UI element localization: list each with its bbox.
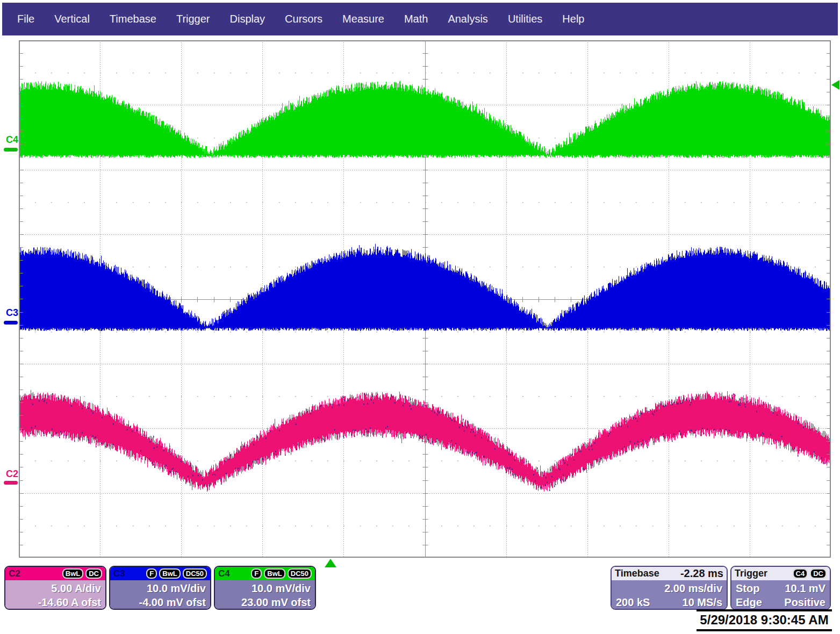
trigger-badge-c4: C4 (793, 568, 808, 579)
channel-offset-marker-c2[interactable] (4, 481, 18, 485)
trigger-descriptor[interactable]: Trigger C4DC Stop 10.1 mV Edge Positive (730, 566, 831, 610)
channel-offset: -4.00 mV ofst (114, 595, 206, 609)
trigger-title: Trigger (735, 568, 767, 579)
channel-id: C3 (113, 568, 125, 579)
badge-bwl: BwL (159, 568, 180, 579)
menu-utilities[interactable]: Utilities (508, 13, 542, 25)
menu-file[interactable]: File (17, 13, 34, 25)
oscilloscope-screen: FileVerticalTimebaseTriggerDisplayCursor… (0, 0, 840, 634)
menu-timebase[interactable]: Timebase (110, 13, 156, 25)
datetime-stamp: 5/29/2018 9:30:45 AM (697, 609, 832, 631)
timebase-title: Timebase (615, 568, 659, 579)
menu-vertical[interactable]: Vertical (54, 13, 90, 25)
trigger-badge-dc: DC (810, 568, 827, 579)
channel-offset: 23.00 mV ofst (219, 595, 311, 609)
channel-offset-marker-c4[interactable] (4, 148, 18, 152)
menu-cursors[interactable]: Cursors (285, 13, 322, 25)
trigger-slope: Positive (784, 595, 825, 609)
badge-dc50: DC50 (288, 568, 312, 579)
badge-dc50: DC50 (183, 568, 207, 579)
trigger-level-marker[interactable] (831, 80, 839, 90)
channel-id: C4 (218, 568, 230, 579)
timebase-rate: 10 MS/s (683, 595, 722, 609)
channel-id: C2 (9, 568, 20, 579)
menu-help[interactable]: Help (562, 13, 584, 25)
channel-badges: FBwLDC50 (146, 568, 207, 579)
menu-trigger[interactable]: Trigger (176, 13, 210, 25)
menu-measure[interactable]: Measure (342, 13, 384, 25)
waveform-display: C4 C3 C2 (0, 35, 840, 565)
channel-descriptor-c3[interactable]: C3 FBwLDC50 10.0 mV/div -4.00 mV ofst (109, 566, 211, 610)
channel-offset-marker-c3[interactable] (4, 321, 18, 325)
channel-badges: BwLDC (62, 568, 102, 579)
channel-scale: 5.00 A/div (10, 581, 101, 595)
menu-analysis[interactable]: Analysis (448, 13, 487, 25)
channel-label-c2[interactable]: C2 (6, 469, 18, 480)
channel-descriptor-c2[interactable]: C2 BwLDC 5.00 A/div -14.60 A ofst (4, 566, 106, 610)
badge-bwl: BwL (264, 568, 285, 579)
timebase-delay: -2.28 ms (680, 567, 723, 580)
channel-offset: -14.60 A ofst (10, 595, 101, 609)
channel-scale: 10.0 mV/div (114, 581, 206, 595)
timebase-descriptor[interactable]: Timebase -2.28 ms 2.00 ms/div 200 kS 10 … (611, 566, 728, 610)
waveform-canvas[interactable] (19, 40, 831, 558)
trigger-level: 10.1 mV (785, 581, 825, 595)
menu-math[interactable]: Math (404, 13, 428, 25)
channel-descriptor-c4[interactable]: C4 FBwLDC50 10.0 mV/div 23.00 mV ofst (214, 566, 316, 610)
badge-dc: DC (85, 568, 102, 579)
timebase-per-div: 2.00 ms/div (664, 581, 722, 595)
menu-bar: FileVerticalTimebaseTriggerDisplayCursor… (2, 3, 838, 35)
channel-label-c3[interactable]: C3 (6, 307, 18, 319)
badge-f: F (251, 568, 262, 579)
menu-display[interactable]: Display (230, 13, 265, 25)
trigger-time-marker[interactable] (325, 559, 336, 567)
channel-badges: FBwLDC50 (251, 568, 312, 579)
trigger-type: Edge (736, 595, 762, 609)
badge-bwl: BwL (62, 568, 83, 579)
trigger-badges: C4DC (793, 568, 827, 579)
badge-f: F (146, 568, 157, 579)
trigger-mode: Stop (736, 581, 759, 595)
channel-label-c4[interactable]: C4 (6, 134, 18, 146)
timebase-samples: 200 kS (616, 595, 650, 609)
channel-scale: 10.0 mV/div (219, 581, 311, 595)
